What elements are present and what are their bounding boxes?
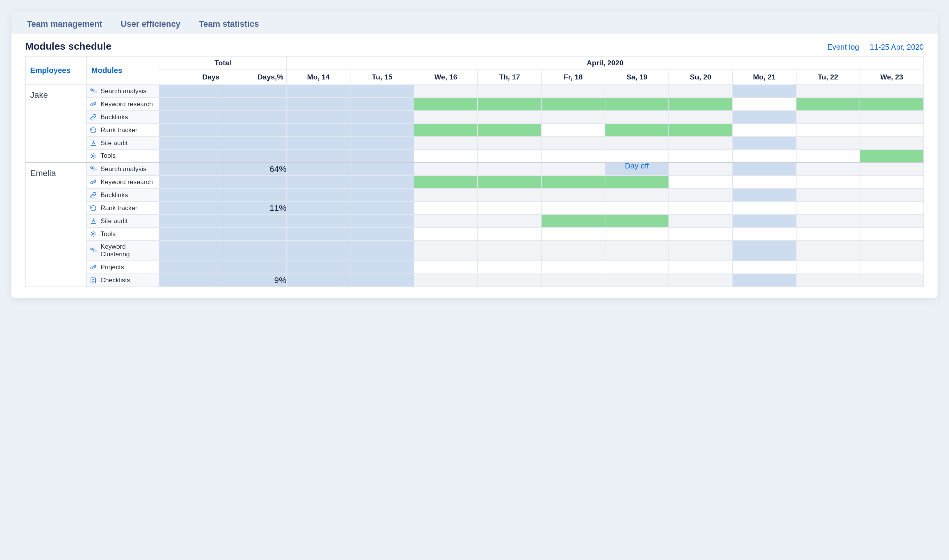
schedule-cell[interactable] xyxy=(478,150,542,163)
schedule-cell[interactable]: 9% xyxy=(223,274,287,287)
module-cell[interactable]: Backlinks xyxy=(87,189,159,202)
schedule-cell[interactable] xyxy=(732,176,796,189)
schedule-cell[interactable] xyxy=(223,261,287,274)
schedule-cell[interactable] xyxy=(796,150,860,163)
schedule-cell[interactable] xyxy=(669,274,733,287)
schedule-cell[interactable] xyxy=(669,137,733,150)
schedule-cell[interactable] xyxy=(860,150,924,163)
schedule-cell[interactable] xyxy=(414,261,478,274)
schedule-cell[interactable] xyxy=(287,111,350,124)
schedule-cell[interactable] xyxy=(860,189,924,202)
schedule-cell[interactable] xyxy=(350,163,414,176)
schedule-cell[interactable] xyxy=(478,85,542,98)
schedule-cell[interactable] xyxy=(287,124,350,137)
event-log-link[interactable]: Event log xyxy=(827,43,859,52)
schedule-cell[interactable] xyxy=(223,228,287,241)
schedule-cell[interactable] xyxy=(669,163,733,176)
schedule-cell[interactable] xyxy=(159,111,223,124)
schedule-cell[interactable] xyxy=(478,163,542,176)
schedule-cell[interactable] xyxy=(478,176,542,189)
module-cell[interactable]: Search analysis xyxy=(87,85,159,98)
schedule-cell[interactable] xyxy=(287,241,350,261)
schedule-cell[interactable] xyxy=(287,261,350,274)
schedule-cell[interactable] xyxy=(478,274,542,287)
schedule-cell[interactable] xyxy=(223,98,287,111)
schedule-cell[interactable] xyxy=(414,98,478,111)
schedule-cell[interactable] xyxy=(478,111,542,124)
schedule-cell[interactable] xyxy=(669,124,733,137)
employees-header[interactable]: Employees xyxy=(26,62,86,79)
schedule-cell[interactable] xyxy=(605,241,669,261)
schedule-cell[interactable] xyxy=(796,98,860,111)
tab-team-statistics[interactable]: Team statistics xyxy=(199,19,259,29)
module-cell[interactable]: Projects xyxy=(87,261,159,274)
schedule-cell[interactable] xyxy=(159,202,223,215)
schedule-cell[interactable] xyxy=(414,163,478,176)
schedule-cell[interactable] xyxy=(669,228,733,241)
schedule-cell[interactable] xyxy=(478,241,542,261)
schedule-cell[interactable] xyxy=(350,85,414,98)
schedule-cell[interactable] xyxy=(796,241,860,261)
schedule-cell[interactable] xyxy=(414,189,478,202)
module-cell[interactable]: Keyword Clustering xyxy=(87,241,159,261)
schedule-cell[interactable] xyxy=(350,98,414,111)
schedule-cell[interactable] xyxy=(732,98,796,111)
schedule-cell[interactable] xyxy=(796,189,860,202)
schedule-cell[interactable] xyxy=(860,85,924,98)
schedule-cell[interactable] xyxy=(414,202,478,215)
schedule-cell[interactable] xyxy=(669,111,733,124)
schedule-cell[interactable] xyxy=(605,176,669,189)
schedule-cell[interactable] xyxy=(159,228,223,241)
schedule-cell[interactable] xyxy=(860,202,924,215)
tab-user-efficiency[interactable]: User efficiency xyxy=(121,19,181,29)
schedule-cell[interactable] xyxy=(669,241,733,261)
schedule-cell[interactable] xyxy=(350,150,414,163)
schedule-cell[interactable] xyxy=(860,261,924,274)
schedule-cell[interactable] xyxy=(732,228,796,241)
module-cell[interactable]: Keyword research xyxy=(87,98,159,111)
module-cell[interactable]: Site audit xyxy=(87,137,159,150)
schedule-cell[interactable] xyxy=(414,228,478,241)
schedule-cell[interactable] xyxy=(541,150,605,163)
module-cell[interactable]: Tools xyxy=(87,228,159,241)
schedule-cell[interactable] xyxy=(669,98,733,111)
schedule-cell[interactable] xyxy=(605,98,669,111)
schedule-cell[interactable] xyxy=(223,124,287,137)
schedule-cell[interactable] xyxy=(669,85,733,98)
schedule-cell[interactable] xyxy=(350,274,414,287)
schedule-cell[interactable] xyxy=(223,137,287,150)
schedule-cell[interactable] xyxy=(796,137,860,150)
schedule-cell[interactable] xyxy=(478,215,542,228)
module-cell[interactable]: Backlinks xyxy=(87,111,159,124)
schedule-cell[interactable] xyxy=(478,189,542,202)
schedule-cell[interactable] xyxy=(860,137,924,150)
schedule-cell[interactable] xyxy=(159,241,223,261)
schedule-cell[interactable] xyxy=(860,111,924,124)
schedule-cell[interactable] xyxy=(478,228,542,241)
schedule-cell[interactable] xyxy=(541,85,605,98)
schedule-cell[interactable] xyxy=(605,85,669,98)
schedule-cell[interactable] xyxy=(541,176,605,189)
schedule-cell[interactable]: 11% xyxy=(223,202,287,215)
schedule-cell[interactable] xyxy=(732,137,796,150)
schedule-cell[interactable] xyxy=(541,202,605,215)
schedule-cell[interactable] xyxy=(350,124,414,137)
schedule-cell[interactable] xyxy=(796,111,860,124)
schedule-cell[interactable]: Day off xyxy=(605,163,669,176)
schedule-cell[interactable] xyxy=(669,189,733,202)
schedule-cell[interactable] xyxy=(478,137,542,150)
schedule-cell[interactable] xyxy=(223,111,287,124)
schedule-cell[interactable] xyxy=(669,215,733,228)
schedule-cell[interactable] xyxy=(350,241,414,261)
schedule-cell[interactable] xyxy=(541,163,605,176)
schedule-cell[interactable] xyxy=(541,98,605,111)
schedule-cell[interactable] xyxy=(541,189,605,202)
schedule-cell[interactable] xyxy=(796,176,860,189)
tab-team-management[interactable]: Team management xyxy=(27,19,102,29)
schedule-cell[interactable] xyxy=(414,124,478,137)
module-cell[interactable]: Rank tracker xyxy=(87,202,159,215)
schedule-cell[interactable] xyxy=(860,228,924,241)
schedule-cell[interactable] xyxy=(541,274,605,287)
schedule-cell[interactable] xyxy=(541,228,605,241)
schedule-cell[interactable] xyxy=(287,150,350,163)
